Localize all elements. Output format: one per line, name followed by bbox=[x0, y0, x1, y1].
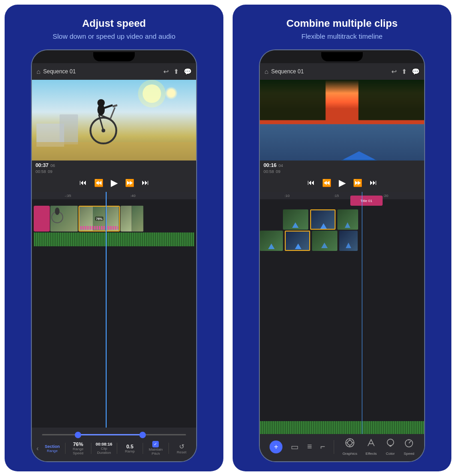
divider-2 bbox=[91, 443, 91, 454]
divider-3 bbox=[117, 443, 117, 454]
skip-back-right[interactable]: ⏮ bbox=[307, 178, 315, 187]
timeline-ruler-right: :10 :15 :20 bbox=[260, 192, 424, 199]
clip-icon-btn[interactable]: ▭ bbox=[291, 442, 299, 452]
time-secondary-right: 00:58 bbox=[264, 169, 274, 174]
svg-marker-22 bbox=[292, 222, 299, 228]
graphics-btn[interactable]: Graphics bbox=[342, 438, 357, 456]
chat-icon-right[interactable]: 💬 bbox=[412, 68, 420, 75]
audio-track-left bbox=[34, 232, 194, 246]
svg-line-8 bbox=[110, 107, 115, 119]
home-icon-left[interactable]: ⌂ bbox=[36, 68, 40, 75]
phone-notch-left bbox=[93, 52, 135, 61]
divider-1 bbox=[65, 443, 66, 454]
step-back-right[interactable]: ⏪ bbox=[322, 178, 331, 187]
graphics-label: Graphics bbox=[342, 452, 357, 456]
rv-clip-1[interactable] bbox=[283, 209, 308, 230]
kayak-scene-svg bbox=[260, 80, 424, 161]
ruler-mark-2-right: :15 bbox=[334, 194, 339, 198]
right-phone-mockup: ⌂ Sequence 01 ↩ ⬆ 💬 bbox=[259, 49, 425, 462]
phone-notch-bar-right bbox=[260, 50, 424, 63]
svg-marker-27 bbox=[321, 243, 328, 248]
speed-btn[interactable]: Speed bbox=[404, 438, 414, 456]
maintain-pitch-item: ✓ MaintainPitch bbox=[145, 441, 167, 456]
ruler-mark-3-right: :20 bbox=[383, 194, 388, 198]
undo-icon-left[interactable]: ↩ bbox=[163, 68, 169, 75]
video-preview-left bbox=[32, 80, 196, 161]
reset-label[interactable]: Reset bbox=[177, 450, 186, 454]
right-panel-title: Combine multiple clips bbox=[287, 18, 398, 30]
share-icon-right[interactable]: ⬆ bbox=[402, 68, 407, 75]
video-preview-right bbox=[260, 80, 424, 161]
add-button[interactable]: + bbox=[270, 440, 282, 453]
left-panel: Adjust speed Slow down or speed up video… bbox=[5, 5, 223, 471]
section-label: Section bbox=[45, 444, 60, 449]
left-phone-mockup: ⌂ Sequence 01 ↩ ⬆ 💬 bbox=[31, 49, 197, 462]
skip-back-left[interactable]: ⏮ bbox=[79, 178, 87, 187]
title-clip[interactable]: Title 01 bbox=[350, 196, 383, 206]
play-controls-left: ⏮ ⏪ ▶ ⏩ ⏭ bbox=[36, 175, 192, 190]
svg-marker-24 bbox=[345, 222, 350, 228]
undo-icon-right[interactable]: ↩ bbox=[391, 68, 397, 75]
audio-wave-right bbox=[260, 421, 424, 434]
speed-slider-row bbox=[36, 431, 192, 438]
share-icon-left[interactable]: ⬆ bbox=[174, 68, 179, 75]
speed-indicator bbox=[80, 226, 118, 230]
rv-clip-2-selected[interactable] bbox=[310, 209, 336, 230]
divider-5 bbox=[168, 443, 169, 454]
range-speed-value: 76% bbox=[73, 441, 83, 447]
range-label[interactable]: Range bbox=[47, 449, 58, 453]
rv-main-clip-4[interactable] bbox=[339, 231, 358, 251]
svg-point-36 bbox=[387, 439, 394, 446]
skip-fwd-left[interactable]: ⏭ bbox=[142, 178, 149, 187]
speed-slider-track[interactable] bbox=[42, 434, 186, 435]
rv-clip-3[interactable] bbox=[337, 209, 358, 230]
home-icon-right[interactable]: ⌂ bbox=[264, 68, 268, 75]
step-fwd-left[interactable]: ⏩ bbox=[125, 178, 134, 187]
effects-btn[interactable]: Effects bbox=[366, 438, 377, 456]
time-sub-top-left: 06 bbox=[50, 163, 55, 168]
divider-4 bbox=[143, 443, 143, 454]
speed-slider-thumb-left[interactable] bbox=[75, 432, 81, 438]
play-controls-right: ⏮ ⏪ ▶ ⏩ ⏭ bbox=[264, 175, 420, 190]
reset-icon[interactable]: ↺ bbox=[179, 443, 185, 450]
step-fwd-right[interactable]: ⏩ bbox=[353, 178, 362, 187]
rv-main-clip-3[interactable] bbox=[312, 231, 337, 251]
header-icons-right: ↩ ⬆ 💬 bbox=[391, 68, 420, 75]
timeline-ruler-left: -:35 :40 bbox=[32, 192, 196, 199]
left-app-header: ⌂ Sequence 01 ↩ ⬆ 💬 bbox=[32, 63, 196, 80]
clip-bmx-selected[interactable]: ↻ ↻ 76% bbox=[78, 206, 120, 232]
rv-clip-2-svg bbox=[311, 210, 335, 229]
ramp-label[interactable]: Ramp bbox=[125, 449, 135, 453]
rv-main-clip-2-selected[interactable] bbox=[285, 231, 310, 251]
phone-notch-right bbox=[321, 52, 363, 61]
speed-slider-thumb-right[interactable] bbox=[139, 432, 146, 438]
chat-icon-left[interactable]: 💬 bbox=[184, 68, 192, 75]
clip-duration-label: ClipDuration bbox=[97, 446, 111, 455]
speed-nav-prev[interactable]: ‹ bbox=[36, 444, 40, 453]
time-sub-bot-left: 09 bbox=[48, 169, 53, 174]
speed-controls-row: ‹ Section Range 76% RangeSpeed 00:08:16 … bbox=[36, 441, 192, 456]
rv-main-1-svg bbox=[260, 231, 283, 251]
color-btn[interactable]: Color bbox=[385, 438, 396, 456]
cut-icon-btn[interactable]: ⌐ bbox=[320, 442, 325, 452]
clip-pink-left[interactable] bbox=[34, 206, 50, 232]
maintain-pitch-checkbox[interactable]: ✓ bbox=[152, 441, 159, 447]
clip-bmx-3[interactable] bbox=[120, 206, 144, 232]
step-back-left[interactable]: ⏪ bbox=[94, 178, 103, 187]
play-left[interactable]: ▶ bbox=[111, 177, 118, 188]
clip-icon: ▭ bbox=[291, 442, 299, 452]
play-right[interactable]: ▶ bbox=[339, 177, 346, 188]
right-panel: Combine multiple clips Flexible multitra… bbox=[233, 5, 451, 471]
trim-icon-btn[interactable]: ≡ bbox=[307, 442, 312, 452]
svg-point-11 bbox=[138, 80, 166, 107]
svg-rect-16 bbox=[260, 80, 325, 120]
timeline-right: :10 :15 :20 Title 01 bbox=[260, 192, 424, 434]
right-video-track-1 bbox=[260, 209, 424, 230]
speed-text: 76% bbox=[95, 217, 103, 221]
ruler-mark-2-left: :40 bbox=[131, 194, 136, 198]
rv-main-clip-1[interactable] bbox=[260, 231, 283, 251]
clip-bmx-1[interactable] bbox=[50, 206, 78, 232]
skip-fwd-right[interactable]: ⏭ bbox=[370, 178, 377, 187]
right-video-track-2 bbox=[260, 231, 424, 251]
color-icon bbox=[385, 438, 396, 450]
